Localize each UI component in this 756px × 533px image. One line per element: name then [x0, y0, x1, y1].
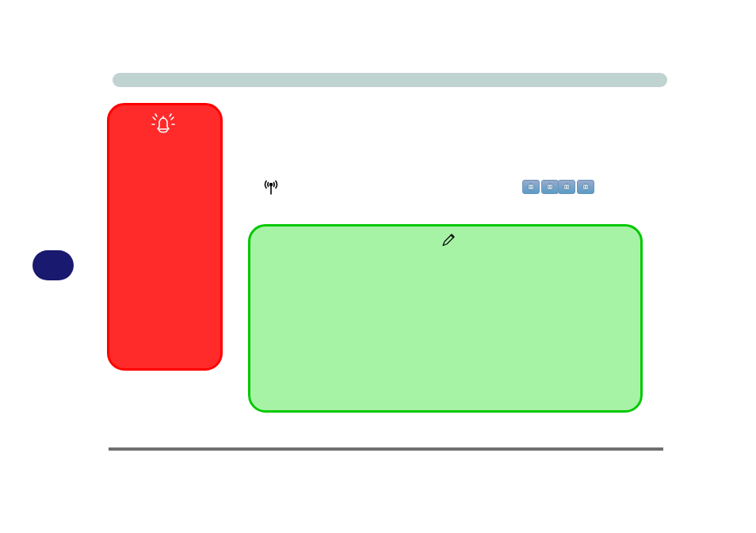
pen-icon	[441, 232, 456, 248]
globe-badge-icon	[541, 180, 559, 194]
badge-pair-2	[558, 180, 594, 194]
globe-badge-icon	[558, 180, 575, 194]
bottom-rule	[109, 447, 663, 451]
green-panel	[248, 224, 643, 413]
globe-badge-icon	[522, 180, 540, 194]
top-bar	[113, 73, 667, 87]
badge-pair-1	[522, 180, 559, 194]
red-panel	[107, 103, 223, 371]
blue-pill	[32, 250, 74, 280]
antenna-icon	[262, 178, 281, 197]
globe-badge-icon	[577, 180, 594, 194]
bell-icon	[151, 112, 176, 137]
svg-point-0	[270, 184, 273, 186]
